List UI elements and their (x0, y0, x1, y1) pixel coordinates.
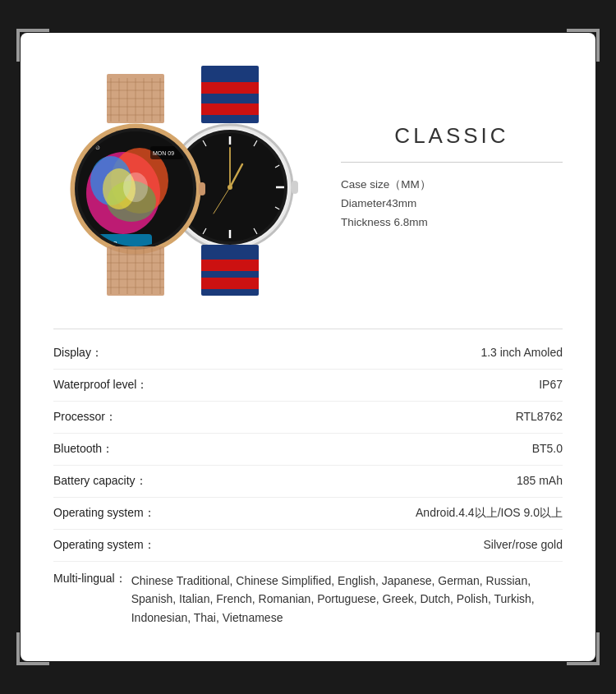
spec-label-color: Operating system： (53, 538, 155, 553)
spec-row-waterproof: Waterproof level： IP67 (53, 370, 563, 402)
svg-rect-68 (292, 181, 298, 194)
case-line1: Case size（MM） (341, 176, 563, 195)
spec-value-display: 1.3 inch Amoled (480, 346, 563, 359)
multilingual-value: Chinese Traditional, Chinese Simplified,… (131, 572, 563, 627)
spec-value-bluetooth: BT5.0 (532, 442, 563, 455)
product-title: CLASSIC (394, 123, 508, 149)
spec-label-os: Operating system： (53, 506, 155, 521)
spec-label-bluetooth: Bluetooth： (53, 442, 113, 457)
svg-rect-44 (201, 82, 259, 94)
specs-section: Display： 1.3 inch Amoled Waterproof leve… (53, 329, 563, 637)
spec-row-battery: Battery capacity： 185 mAh (53, 466, 563, 498)
svg-rect-70 (201, 260, 259, 271)
spec-label-processor: Processor： (53, 410, 117, 425)
multilingual-row: Multi-lingual： Chinese Traditional, Chin… (53, 562, 563, 637)
spec-row-color: Operating system： Silver/rose gold (53, 530, 563, 562)
product-card: ♥ 32768 MON 09 ▪▪▪ ⊙ (21, 33, 595, 661)
spec-label-waterproof: Waterproof level： (53, 378, 148, 393)
watch-images: ♥ 32768 MON 09 ▪▪▪ ⊙ (53, 57, 316, 312)
spec-row-bluetooth: Bluetooth： BT5.0 (53, 434, 563, 466)
spec-label-battery: Battery capacity： (53, 474, 147, 489)
svg-point-66 (228, 185, 232, 190)
case-info: Case size（MM） Diameter43mm Thickness 6.8… (341, 176, 563, 232)
svg-rect-29 (199, 182, 205, 195)
case-line2: Diameter43mm (341, 195, 563, 214)
multilingual-label: Multi-lingual： (53, 572, 126, 586)
product-info: CLASSIC Case size（MM） Diameter43mm Thick… (316, 57, 563, 232)
svg-text:MON 09: MON 09 (153, 150, 174, 156)
spec-row-processor: Processor： RTL8762 (53, 402, 563, 434)
svg-rect-45 (201, 103, 259, 115)
spec-value-battery: 185 mAh (517, 474, 563, 487)
spec-label-display: Display： (53, 346, 103, 361)
spec-value-os: Android.4.4以上/IOS 9.0以上 (416, 506, 563, 521)
spec-value-waterproof: IP67 (539, 378, 563, 391)
title-divider (341, 162, 563, 163)
spec-value-processor: RTL8762 (516, 410, 563, 423)
top-section: ♥ 32768 MON 09 ▪▪▪ ⊙ (53, 57, 563, 312)
svg-rect-71 (201, 278, 259, 289)
watch-rose-gold: ♥ 32768 MON 09 ▪▪▪ ⊙ (62, 74, 209, 296)
case-line3: Thickness 6.8mm (341, 214, 563, 232)
spec-row-display: Display： 1.3 inch Amoled (53, 338, 563, 370)
svg-point-22 (123, 172, 148, 202)
spec-value-color: Silver/rose gold (484, 538, 563, 551)
spec-row-os: Operating system： Android.4.4以上/IOS 9.0以… (53, 498, 563, 530)
